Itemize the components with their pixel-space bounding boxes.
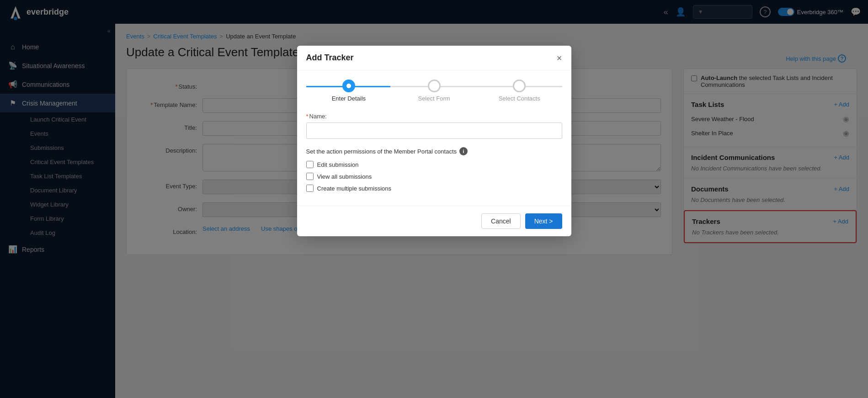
cancel-button[interactable]: Cancel (481, 213, 521, 229)
modal-overlay[interactable]: Add Tracker × Enter Details Select Form (0, 0, 868, 398)
tracker-name-input[interactable] (306, 122, 562, 139)
checkbox-view-all-submissions: View all submissions (306, 173, 562, 180)
stepper: Enter Details Select Form Select Contact… (306, 80, 562, 102)
checkbox-edit-submission: Edit submission (306, 161, 562, 168)
add-tracker-modal: Add Tracker × Enter Details Select Form (297, 46, 571, 236)
view-all-submissions-checkbox[interactable] (306, 173, 314, 180)
modal-footer: Cancel Next > (297, 206, 571, 236)
next-button[interactable]: Next > (525, 213, 562, 229)
create-multiple-submissions-checkbox[interactable] (306, 185, 314, 192)
step-label-2: Select Form (418, 95, 450, 102)
modal-title: Add Tracker (306, 53, 354, 63)
step-dot-1 (342, 80, 355, 92)
step-label-3: Select Contacts (499, 95, 540, 102)
step-enter-details: Enter Details (306, 80, 392, 102)
checkbox-create-multiple-submissions: Create multiple submissions (306, 185, 562, 192)
step-select-form: Select Form (391, 80, 477, 102)
modal-body: Enter Details Select Form Select Contact… (297, 70, 571, 206)
step-select-contacts: Select Contacts (477, 80, 562, 102)
name-field-label: *Name: (306, 113, 562, 120)
modal-close-button[interactable]: × (557, 53, 562, 63)
modal-header: Add Tracker × (297, 46, 571, 70)
step-label-1: Enter Details (332, 95, 366, 102)
step-dot-2 (428, 80, 441, 92)
step-dot-3 (513, 80, 526, 92)
edit-submission-checkbox[interactable] (306, 161, 314, 168)
permissions-label: Set the action permissions of the Member… (306, 147, 562, 155)
permissions-info-icon[interactable]: i (459, 147, 468, 155)
